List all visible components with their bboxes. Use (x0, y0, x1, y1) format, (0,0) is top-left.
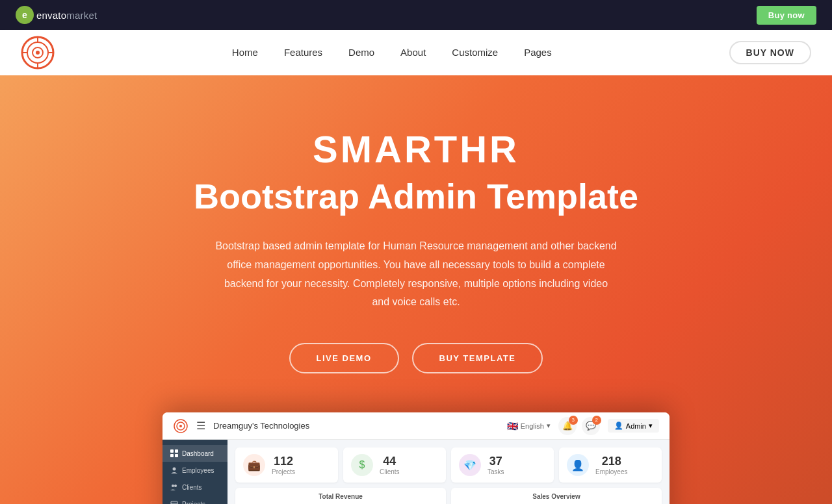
dashboard-topbar: ☰ Dreamguy's Technologies 🇬🇧 English ▾ 🔔… (162, 412, 670, 440)
sidebar-clients-label: Clients (182, 484, 202, 491)
dashboard-topbar-right: 🇬🇧 English ▾ 🔔 3 💬 2 👤 Admi (507, 417, 659, 435)
stat-card-clients: $ 44 Clients (343, 447, 446, 483)
chart2-title: Sales Overview (459, 493, 654, 500)
db-admin-avatar: 👤 (614, 422, 623, 430)
stat-card-projects: 💼 112 Projects (235, 447, 338, 483)
charts-row: Total Revenue Sales Overview (235, 488, 662, 504)
db-admin-button[interactable]: 👤 Admin ▾ (608, 419, 659, 433)
projects-icon (170, 500, 178, 504)
svg-point-5 (36, 51, 40, 55)
hero-title-sub: Bootstrap Admin Template (194, 176, 638, 216)
topbar-buy-now-button[interactable]: Buy now (757, 6, 816, 25)
stat-card-employees: 👤 218 Employees (559, 447, 662, 483)
nav-item-pages[interactable]: Pages (514, 47, 562, 58)
stat-card-tasks: 💎 37 Tasks (451, 447, 554, 483)
nav-item-home[interactable]: Home (222, 47, 268, 58)
svg-rect-14 (175, 449, 178, 453)
topbar: e envatomarket Buy now (0, 0, 832, 30)
navbar-buy-now-button[interactable]: BUY NOW (729, 41, 811, 64)
sidebar-item-employees[interactable]: Employees (162, 462, 228, 479)
db-notifications-icon[interactable]: 🔔 3 (558, 417, 577, 435)
hero-section: SMARTHR Bootstrap Admin Template Bootstr… (0, 75, 832, 504)
employees-count: 218 (595, 455, 627, 469)
chevron-down-icon: ▾ (547, 422, 551, 430)
hero-buttons: LIVE DEMO BUY TEMPLATE (289, 343, 543, 373)
dashboard-main: 💼 112 Projects $ 44 Clients (228, 440, 670, 504)
svg-point-18 (172, 485, 174, 487)
sidebar-item-dashboard[interactable]: Dashboard (162, 445, 228, 462)
employees-icon (170, 466, 178, 474)
sidebar-dashboard-label: Dashboard (182, 450, 214, 457)
nav-item-about[interactable]: About (390, 47, 436, 58)
buy-template-button[interactable]: BUY TEMPLATE (412, 343, 543, 373)
db-messages-icon[interactable]: 💬 2 (582, 417, 600, 435)
clients-label: Clients (380, 468, 400, 475)
clients-icon (170, 483, 178, 491)
db-hamburger-icon[interactable]: ☰ (196, 420, 205, 432)
db-company-name: Dreamguy's Technologies (213, 421, 309, 431)
svg-point-17 (173, 468, 176, 471)
hero-title-main: SMARTHR (313, 127, 519, 171)
db-language-selector[interactable]: 🇬🇧 English ▾ (507, 421, 551, 431)
navbar-brand (21, 36, 55, 69)
live-demo-button[interactable]: LIVE DEMO (289, 343, 399, 373)
nav-links: Home Features Demo About Customize Pages (222, 47, 562, 58)
tasks-count: 37 (488, 455, 504, 469)
db-action-icons: 🔔 3 💬 2 (558, 417, 600, 435)
svg-point-19 (174, 485, 177, 487)
nav-item-features[interactable]: Features (274, 47, 333, 58)
svg-rect-16 (175, 454, 178, 457)
dashboard-icon (170, 449, 178, 457)
employees-label: Employees (595, 468, 627, 475)
dashboard-content: Dashboard Employees Clients Projects Tas… (162, 440, 670, 504)
projects-stat-icon: 💼 (243, 454, 265, 476)
dashboard-sidebar: Dashboard Employees Clients Projects Tas… (162, 440, 228, 504)
tasks-label: Tasks (488, 468, 504, 475)
projects-count: 112 (272, 455, 295, 469)
sidebar-projects-label: Projects (182, 501, 205, 504)
nav-item-demo[interactable]: Demo (338, 47, 385, 58)
envato-logo: e envatomarket (16, 6, 97, 24)
db-lang-text: English (521, 422, 544, 430)
envato-logo-text: envatomarket (36, 10, 97, 21)
nav-item-customize[interactable]: Customize (441, 47, 508, 58)
navbar: Home Features Demo About Customize Pages… (0, 30, 832, 75)
brand-logo-icon (21, 36, 55, 69)
db-logo-icon (173, 418, 188, 434)
hero-description: Bootstrap based admin template for Human… (214, 237, 618, 312)
clients-stat-icon: $ (351, 454, 373, 476)
projects-label: Projects (272, 468, 295, 475)
envato-icon: e (16, 6, 34, 24)
sidebar-item-clients[interactable]: Clients (162, 479, 228, 496)
sidebar-item-projects[interactable]: Projects (162, 496, 228, 504)
chart-total-revenue: Total Revenue (235, 488, 446, 504)
svg-rect-13 (170, 449, 174, 453)
dashboard-preview: ☰ Dreamguy's Technologies 🇬🇧 English ▾ 🔔… (162, 412, 670, 504)
svg-text:e: e (22, 10, 27, 20)
chart1-title: Total Revenue (243, 493, 438, 500)
svg-point-12 (179, 425, 182, 427)
flag-icon: 🇬🇧 (507, 421, 518, 431)
tasks-stat-icon: 💎 (459, 454, 481, 476)
clients-count: 44 (380, 455, 400, 469)
svg-rect-15 (170, 454, 174, 457)
db-admin-label: Admin (626, 422, 646, 430)
sidebar-employees-label: Employees (182, 467, 214, 474)
db-admin-chevron-icon: ▾ (649, 422, 653, 430)
stats-row: 💼 112 Projects $ 44 Clients (235, 447, 662, 483)
dashboard-topbar-left: ☰ Dreamguy's Technologies (173, 418, 309, 434)
chart-sales-overview: Sales Overview (451, 488, 662, 504)
employees-stat-icon: 👤 (567, 454, 589, 476)
